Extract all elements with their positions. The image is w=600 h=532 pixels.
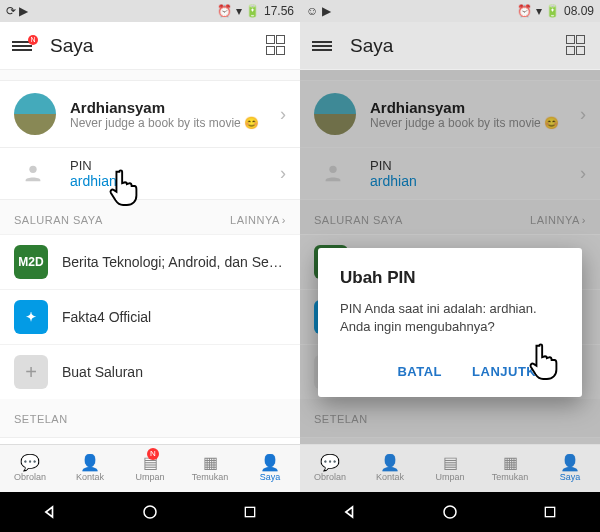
recent-key[interactable] xyxy=(537,499,563,525)
channel-row[interactable]: ✦ Fakta4 Official xyxy=(0,289,300,344)
content: Ardhiansyam Never judge a book by its mo… xyxy=(300,70,600,444)
tab-kontak[interactable]: 👤Kontak xyxy=(60,445,120,492)
pin-value: ardhian xyxy=(70,173,280,189)
home-key[interactable] xyxy=(437,499,463,525)
status-bar: ⟳ ▶ ⏰ ▾ 🔋 17.56 xyxy=(0,0,300,22)
dialog-body: PIN Anda saat ini adalah: ardhian. Anda … xyxy=(340,300,560,336)
chevron-right-icon: › xyxy=(280,104,286,125)
svg-point-0 xyxy=(29,166,36,173)
pin-label: PIN xyxy=(70,158,280,173)
status-bar: ☺ ▶ ⏰ ▾ 🔋 08.09 xyxy=(300,0,600,22)
person-icon xyxy=(22,162,44,188)
status-time: 08.09 xyxy=(564,4,594,18)
channel-icon: ✦ xyxy=(14,300,48,334)
plus-icon: + xyxy=(14,355,48,389)
qr-icon[interactable] xyxy=(266,35,288,57)
bottom-nav: 💬Obrolan 👤Kontak ▤UmpanN ▦Temukan 👤Saya xyxy=(0,444,300,492)
svg-rect-5 xyxy=(545,507,554,516)
page-title: Saya xyxy=(350,35,566,57)
app-bar: N Saya xyxy=(0,22,300,70)
account-row[interactable]: Akun xyxy=(0,437,300,444)
status-right-icons: ⏰ ▾ 🔋 xyxy=(217,4,260,18)
tab-temukan[interactable]: ▦Temukan xyxy=(480,445,540,492)
phone-left: ⟳ ▶ ⏰ ▾ 🔋 17.56 N Saya Ardhiansyam Never… xyxy=(0,0,300,532)
status-left-icons: ☺ ▶ xyxy=(306,4,331,18)
menu-icon[interactable]: N xyxy=(12,39,32,53)
cancel-button[interactable]: BATAL xyxy=(393,358,446,385)
qr-icon[interactable] xyxy=(566,35,588,57)
tab-kontak[interactable]: 👤Kontak xyxy=(360,445,420,492)
page-title: Saya xyxy=(50,35,266,57)
home-key[interactable] xyxy=(137,499,163,525)
back-key[interactable] xyxy=(337,499,363,525)
profile-status: Never judge a book by its movie 😊 xyxy=(70,116,266,130)
soft-keys xyxy=(300,492,600,532)
app-bar: Saya xyxy=(300,22,600,70)
status-left-icons: ⟳ ▶ xyxy=(6,4,28,18)
tab-umpan[interactable]: ▤Umpan xyxy=(420,445,480,492)
avatar xyxy=(14,93,56,135)
bottom-nav: 💬Obrolan 👤Kontak ▤Umpan ▦Temukan 👤Saya xyxy=(300,444,600,492)
tab-obrolan[interactable]: 💬Obrolan xyxy=(300,445,360,492)
recent-key[interactable] xyxy=(237,499,263,525)
dialog-title: Ubah PIN xyxy=(340,268,560,288)
section-channels: SALURAN SAYA LAINNYA › xyxy=(0,200,300,234)
svg-point-1 xyxy=(144,506,156,518)
phone-right: ☺ ▶ ⏰ ▾ 🔋 08.09 Saya Ardhiansyam Never j… xyxy=(300,0,600,532)
tab-obrolan[interactable]: 💬Obrolan xyxy=(0,445,60,492)
dialog-change-pin: Ubah PIN PIN Anda saat ini adalah: ardhi… xyxy=(318,248,582,397)
tab-umpan[interactable]: ▤UmpanN xyxy=(120,445,180,492)
chevron-right-icon: › xyxy=(280,163,286,184)
svg-point-4 xyxy=(444,506,456,518)
section-settings: SETELAN xyxy=(0,399,300,433)
svg-rect-2 xyxy=(245,507,254,516)
tab-saya[interactable]: 👤Saya xyxy=(540,445,600,492)
continue-button[interactable]: LANJUTKAN xyxy=(468,358,560,385)
channel-icon: M2D xyxy=(14,245,48,279)
status-right-icons: ⏰ ▾ 🔋 xyxy=(517,4,560,18)
tab-temukan[interactable]: ▦Temukan xyxy=(180,445,240,492)
status-time: 17.56 xyxy=(264,4,294,18)
soft-keys xyxy=(0,492,300,532)
more-link[interactable]: LAINNYA › xyxy=(230,214,286,226)
profile-row[interactable]: Ardhiansyam Never judge a book by its mo… xyxy=(0,80,300,148)
menu-icon[interactable] xyxy=(312,39,332,53)
channel-label: Buat Saluran xyxy=(62,364,286,380)
back-key[interactable] xyxy=(37,499,63,525)
channel-label: Berita Teknologi; Android, dan Sema... xyxy=(62,254,286,270)
channel-row[interactable]: M2D Berita Teknologi; Android, dan Sema.… xyxy=(0,234,300,289)
channel-label: Fakta4 Official xyxy=(62,309,286,325)
channel-row-add[interactable]: + Buat Saluran xyxy=(0,344,300,399)
pin-row[interactable]: PIN ardhian › xyxy=(0,148,300,200)
content: Ardhiansyam Never judge a book by its mo… xyxy=(0,70,300,444)
profile-name: Ardhiansyam xyxy=(70,99,266,116)
tab-saya[interactable]: 👤Saya xyxy=(240,445,300,492)
menu-badge: N xyxy=(28,35,38,45)
